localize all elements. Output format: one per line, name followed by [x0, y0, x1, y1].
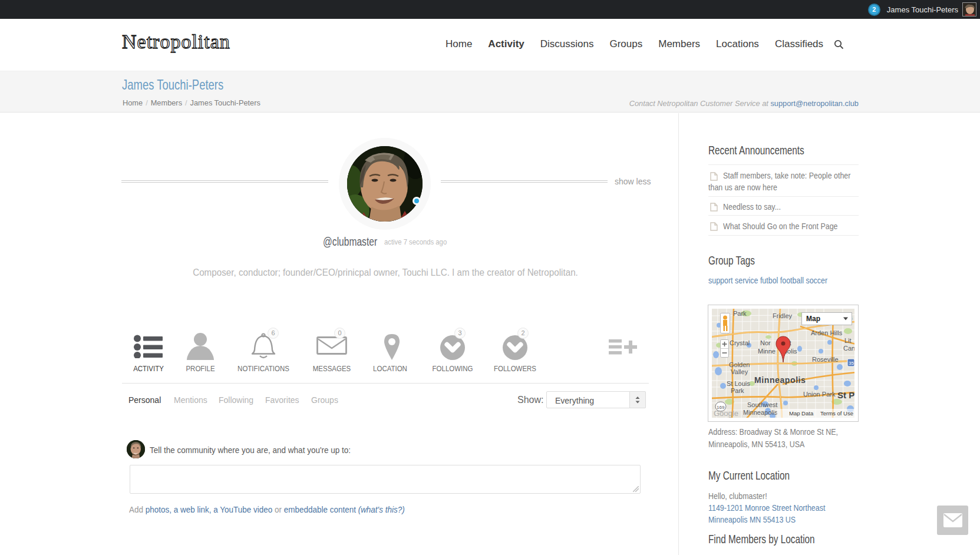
svg-text:Can: Can	[843, 345, 854, 352]
svg-text:Map Data: Map Data	[789, 410, 814, 417]
svg-text:Fridley: Fridley	[773, 312, 793, 319]
svg-text:Minneapolis: Minneapolis	[754, 375, 806, 385]
svg-text:Minne: Minne	[758, 348, 776, 355]
svg-text:St Louis: St Louis	[727, 380, 750, 387]
svg-text:Park: Park	[731, 387, 744, 394]
svg-text:Valley: Valley	[731, 368, 748, 375]
svg-text:Southwest: Southwest	[747, 401, 777, 408]
svg-text:Minneapolis: Minneapolis	[743, 409, 778, 416]
svg-text:Nor: Nor	[760, 339, 771, 346]
svg-text:Lit: Lit	[844, 337, 852, 344]
svg-text:Roseville: Roseville	[812, 356, 839, 363]
svg-text:Map: Map	[806, 315, 820, 323]
svg-text:Arden Hills: Arden Hills	[811, 329, 843, 336]
svg-text:35: 35	[849, 361, 854, 366]
svg-text:Park: Park	[733, 310, 747, 317]
svg-text:Golden: Golden	[729, 361, 750, 368]
svg-text:Union Park: Union Park	[803, 391, 836, 398]
svg-text:Terms of Use: Terms of Use	[820, 410, 853, 417]
svg-text:Crystal: Crystal	[730, 339, 750, 346]
svg-text:St P: St P	[837, 390, 854, 400]
svg-text:Google: Google	[714, 409, 738, 418]
